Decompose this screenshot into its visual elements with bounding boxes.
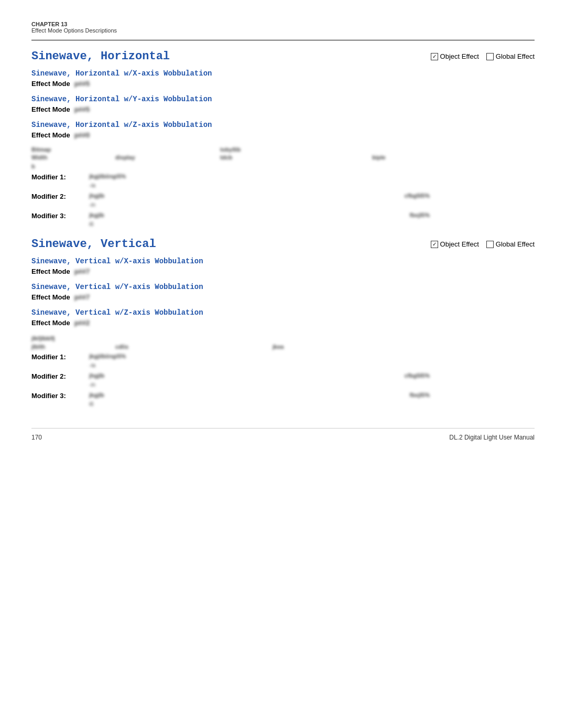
param-data-row-2-1: jlblth cdlis jkea (31, 344, 535, 350)
param-header-row-2: jlkfjlbklfj (31, 334, 535, 342)
param-data-col2: display (115, 154, 210, 160)
effect-mode-label-2-3: Effect Mode (31, 319, 70, 327)
param-table-2: jlkfjlbklfj jlblth cdlis jkea (31, 334, 535, 350)
modifier-1-3-right: fbxjl5% (409, 212, 430, 218)
section2-global-effect-toggle[interactable]: Global Effect (486, 240, 535, 248)
global-effect-label: Global Effect (496, 52, 535, 60)
param-header-row-1: Bitmap tobyllib (31, 146, 535, 153)
param-2-data-col2: cdlis (115, 344, 210, 350)
effect-mode-value-1-1: p##5 (74, 80, 90, 88)
effect-mode-value-2-2: p##7 (74, 293, 90, 301)
effect-mode-row-1-1: Effect Mode p##5 (31, 80, 535, 88)
modifier-2-2-value: jhgjlb (89, 372, 104, 379)
modifier-1-2-label: Modifier 2: (31, 192, 89, 200)
modifier-2-3-label: Modifier 3: (31, 392, 89, 400)
modifier-1-1-value: jkgjilbiingi5% (89, 173, 126, 179)
param-header-col1: Bitmap (31, 146, 105, 153)
modifier-2-3-desc: i6 (89, 401, 535, 407)
section2-global-effect-checkbox[interactable] (486, 241, 494, 248)
object-effect-toggle[interactable]: Object Effect (431, 52, 479, 60)
modifier-1-2-value: jhgjlb (89, 192, 104, 199)
object-effect-checkbox[interactable] (431, 53, 438, 60)
modifier-1-1-row: Modifier 1: jkgjilbiingi5% (31, 173, 535, 181)
modifier-1-1-label: Modifier 1: (31, 173, 89, 181)
effect-mode-row-1-3: Effect Mode p##0 (31, 131, 535, 139)
effect-mode-row-2-1: Effect Mode p##7 (31, 267, 535, 275)
manual-title: DL.2 Digital Light User Manual (449, 434, 535, 441)
page-number: 170 (31, 434, 42, 441)
subsection2-2-title: Sinewave, Vertical w/Y-axis Wobbulation (31, 283, 535, 291)
section2-global-effect-label: Global Effect (496, 240, 535, 248)
modifier-2-3-right: fbxjl5% (409, 392, 430, 398)
modifier-1-3-row: Modifier 3: jkgjlb fbxjl5% (31, 212, 535, 220)
section1-title: Sinewave, Horizontal (31, 50, 170, 63)
param-2-data-col4: jkea (273, 344, 284, 350)
global-effect-checkbox[interactable] (486, 53, 494, 60)
object-effect-label: Object Effect (440, 52, 479, 60)
section2-object-effect-checkbox[interactable] (431, 241, 438, 248)
section1-effect-toggles: Object Effect Global Effect (431, 52, 535, 60)
modifiers-section-1: Modifier 1: jkgjilbiingi5% -ia Modifier … (31, 173, 535, 227)
effect-mode-label-1-3: Effect Mode (31, 131, 70, 139)
subsection1-1-title: Sinewave, Horizontal w/X-axis Wobbulatio… (31, 69, 535, 78)
effect-mode-value-1-3: p##0 (74, 131, 90, 139)
modifier-2-3-value: jkgjlb (89, 392, 104, 398)
effect-mode-value-1-2: p##5 (74, 105, 90, 113)
effect-mode-row-2-2: Effect Mode p##7 (31, 293, 535, 301)
section2-header: Sinewave, Vertical Object Effect Global … (31, 238, 535, 251)
modifier-2-1-desc: -ia (89, 362, 535, 368)
param-header-2-col1: jlkfjlbklfj (31, 335, 55, 341)
effect-mode-label-1-1: Effect Mode (31, 80, 70, 88)
chapter-subtitle: Effect Mode Options Descriptions (31, 27, 535, 34)
modifier-2-2-right: cfbg5l5% (405, 372, 430, 379)
effect-mode-value-2-3: p##2 (74, 319, 90, 327)
modifiers-section-2: Modifier 1: jkgjilbiingi5% -ia Modifier … (31, 353, 535, 407)
effect-mode-row-1-2: Effect Mode p##5 (31, 105, 535, 113)
modifier-1-1-desc: -ia (89, 182, 535, 188)
chapter-header: CHAPTER 13 Effect Mode Options Descripti… (31, 21, 535, 34)
section2-wrapper: Sinewave, Vertical Object Effect Global … (31, 238, 535, 407)
global-effect-toggle[interactable]: Global Effect (486, 52, 535, 60)
param-data-col3: tdcb (220, 154, 299, 160)
section2-title: Sinewave, Vertical (31, 238, 156, 251)
effect-mode-label-1-2: Effect Mode (31, 105, 70, 113)
section2-effect-toggles: Object Effect Global Effect (431, 240, 535, 248)
param-data-b: b (31, 163, 35, 169)
param-data-col1: Width (31, 154, 105, 160)
top-divider (31, 40, 535, 40)
modifier-2-1-row: Modifier 1: jkgjilbiingi5% (31, 353, 535, 361)
effect-mode-value-2-1: p##7 (74, 267, 90, 275)
param-header-col3: tobyllib (220, 146, 299, 153)
modifier-2-2-desc: -in (89, 381, 535, 388)
footer: 170 DL.2 Digital Light User Manual (31, 428, 535, 441)
param-data-row-1: Width display tdcb biple (31, 154, 535, 160)
effect-mode-row-2-3: Effect Mode p##2 (31, 319, 535, 327)
effect-mode-label-2-2: Effect Mode (31, 293, 70, 301)
modifier-2-3-row: Modifier 3: jkgjlb fbxjl5% (31, 392, 535, 400)
subsection2-3-title: Sinewave, Vertical w/Z-axis Wobbulation (31, 308, 535, 317)
modifier-1-3-label: Modifier 3: (31, 212, 89, 220)
modifier-2-2-row: Modifier 2: jhgjlb cfbg5l5% (31, 372, 535, 380)
modifier-1-2-desc: -in (89, 201, 535, 208)
modifier-2-1-label: Modifier 1: (31, 353, 89, 361)
modifier-1-3-desc: i6 (89, 221, 535, 227)
subsection1-3-title: Sinewave, Horizontal w/Z-axis Wobbulatio… (31, 121, 535, 129)
param-data-row-2: b (31, 162, 535, 170)
subsection2-1-title: Sinewave, Vertical w/X-axis Wobbulation (31, 257, 535, 265)
section1-header: Sinewave, Horizontal Object Effect Globa… (31, 50, 535, 63)
section2-object-effect-label: Object Effect (440, 240, 479, 248)
modifier-2-2-label: Modifier 2: (31, 372, 89, 380)
modifier-1-2-right: cfbg5l5% (405, 192, 430, 199)
effect-mode-label-2-1: Effect Mode (31, 267, 70, 275)
param-2-data-col1: jlblth (31, 344, 105, 350)
subsection1-2-title: Sinewave, Horizontal w/Y-axis Wobbulatio… (31, 95, 535, 103)
modifier-2-1-value: jkgjilbiingi5% (89, 353, 126, 359)
modifier-1-2-row: Modifier 2: jhgjlb cfbg5l5% (31, 192, 535, 200)
param-data-col5: biple (372, 154, 386, 160)
modifier-1-3-value: jkgjlb (89, 212, 104, 218)
section2-object-effect-toggle[interactable]: Object Effect (431, 240, 479, 248)
chapter-number: CHAPTER 13 (31, 21, 535, 27)
param-table-1: Bitmap tobyllib Width display tdcb biple… (31, 146, 535, 170)
